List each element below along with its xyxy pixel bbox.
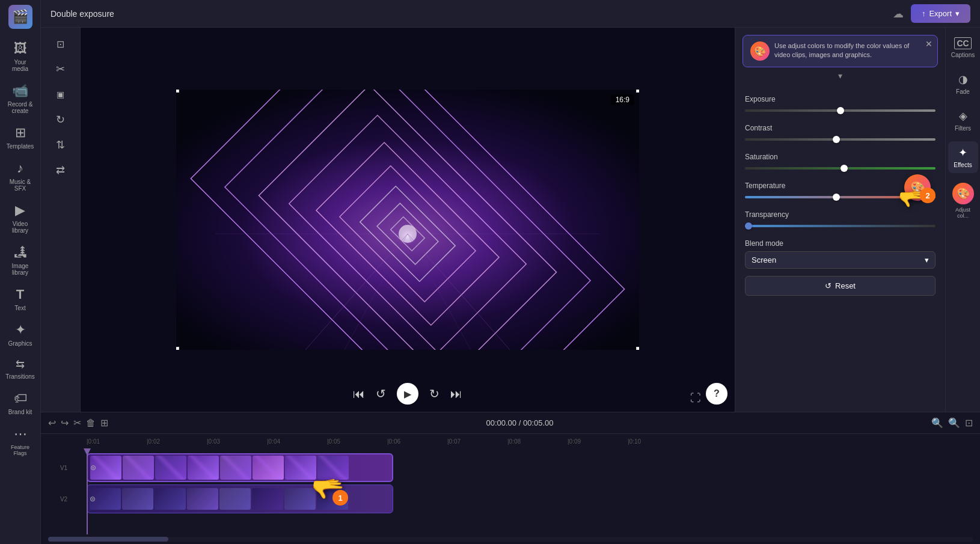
aspect-ratio-badge[interactable]: 16:9 <box>611 94 634 105</box>
frame-2-3 <box>155 488 186 510</box>
transparency-slider[interactable] <box>745 222 936 230</box>
temperature-section: Temperature <box>745 182 936 201</box>
undo-button[interactable]: ↩ <box>48 417 56 429</box>
effects-panel-item[interactable]: ✦ Effects <box>948 141 978 173</box>
left-sidebar: 🎬 🖼 Your media 📹 Record &create ⊞ Templa… <box>0 0 41 544</box>
cut-button[interactable]: ✂ <box>73 417 81 429</box>
video-frame: 16:9 <box>176 90 639 350</box>
ruler-mark-8: |0:09 <box>568 438 628 445</box>
fade-panel-item[interactable]: ◑ Fade <box>948 68 978 100</box>
handle-bl[interactable] <box>176 347 179 350</box>
text-icon: T <box>16 287 24 302</box>
effects-icon: ✦ <box>958 146 967 159</box>
adjust-label: Adjustcol... <box>955 207 970 219</box>
captions-label: Captions <box>951 52 975 58</box>
flip-h-tool[interactable]: ⇄ <box>49 159 72 182</box>
canvas-area: ⊡ ✂ ▣ ↻ ⇅ ⇄ <box>41 28 980 412</box>
expand-arrow[interactable]: ▾ <box>838 71 842 81</box>
track-content: ⊜ <box>87 448 980 534</box>
sidebar-item-brand-kit[interactable]: 🏷 Brand kit <box>3 386 38 420</box>
temperature-slider[interactable] <box>745 194 936 201</box>
sidebar-item-video-library[interactable]: ▶ Video library <box>3 198 38 239</box>
track-labels: V1 V2 <box>41 448 87 534</box>
contrast-thumb[interactable] <box>833 136 840 143</box>
duplicate-button[interactable]: ⊞ <box>100 417 108 429</box>
exposure-thumb[interactable] <box>837 107 844 114</box>
playback-controls: ⏮ ↺ ▶ ↻ ⏭ <box>353 383 462 405</box>
handle-tr[interactable] <box>636 90 639 93</box>
time-display: 00:00.00 / 00:05.00 <box>113 418 926 427</box>
play-button[interactable]: ▶ <box>397 383 418 405</box>
sidebar-label-video-library: Video library <box>5 221 35 234</box>
right-adjust-panel: 🎨 Use adjust colors to modify the color … <box>735 28 945 412</box>
blend-mode-select[interactable]: Screen ▾ <box>745 251 936 269</box>
track-2-lock: ⊜ <box>90 495 96 503</box>
ruler-mark-4: |0:05 <box>327 438 387 445</box>
sidebar-label-your-media: Your media <box>5 59 35 72</box>
track-2[interactable]: ⊜ <box>87 484 393 513</box>
sidebar-item-feature-flags[interactable]: ⋯ Feature Flags <box>3 421 38 461</box>
sidebar-item-your-media[interactable]: 🖼 Your media <box>3 36 38 77</box>
tooltip-close[interactable]: ✕ <box>925 39 933 49</box>
rewind-button[interactable]: ↺ <box>376 387 386 401</box>
adjust-colors-item[interactable]: 🎨 Adjustcol... <box>948 178 978 224</box>
crop-tool[interactable]: ✂ <box>49 58 72 81</box>
sidebar-label-image-library: Image library <box>5 263 35 276</box>
left-tools: ⊡ ✂ ▣ ↻ ⇅ ⇄ <box>41 28 81 412</box>
track-1[interactable]: ⊜ <box>87 453 393 482</box>
skip-forward-button[interactable]: ⏭ <box>450 387 462 401</box>
export-label: Export <box>929 9 952 18</box>
timeline-scrollbar[interactable] <box>48 537 973 542</box>
fade-icon: ◑ <box>958 73 968 86</box>
delete-button[interactable]: 🗑 <box>86 418 96 429</box>
fit-tool[interactable]: ⊡ <box>49 32 72 55</box>
filters-panel-item[interactable]: ◈ Filters <box>948 105 978 136</box>
contrast-label: Contrast <box>745 124 936 132</box>
sidebar-item-templates[interactable]: ⊞ Templates <box>3 120 38 154</box>
frame-1-3 <box>155 456 186 480</box>
rotate-tool[interactable]: ↻ <box>49 108 72 131</box>
saturation-label: Saturation <box>745 153 936 161</box>
sidebar-item-text[interactable]: T Text <box>3 282 38 316</box>
help-button[interactable]: ? <box>706 383 727 405</box>
handle-br[interactable] <box>636 347 639 350</box>
captions-panel-item[interactable]: CC Captions <box>948 32 978 63</box>
sidebar-item-transitions[interactable]: ⇆ Transitions <box>3 353 38 385</box>
export-chevron: ▾ <box>955 9 960 18</box>
sidebar-item-music[interactable]: ♪ Music & SFX <box>3 156 38 197</box>
skip-back-button[interactable]: ⏮ <box>353 387 365 401</box>
record-icon: 📹 <box>12 83 28 99</box>
zoom-in-button[interactable]: 🔍 <box>948 417 960 429</box>
exposure-slider[interactable] <box>745 107 936 114</box>
frame-1-7 <box>285 456 316 480</box>
sidebar-item-record[interactable]: 📹 Record &create <box>3 78 38 119</box>
flip-v-tool[interactable]: ⇅ <box>49 133 72 156</box>
zoom-out-button[interactable]: 🔍 <box>931 417 943 429</box>
fit-view-button[interactable]: ⊡ <box>965 417 973 429</box>
sidebar-item-image-library[interactable]: 🏞 Image library <box>3 240 38 281</box>
reset-button[interactable]: ↺ Reset <box>745 276 936 296</box>
transparency-thumb[interactable] <box>745 222 752 230</box>
fast-forward-button[interactable]: ↻ <box>429 387 439 401</box>
sidebar-label-feature-flags: Feature Flags <box>5 444 35 456</box>
cloud-icon: ☁ <box>893 7 904 20</box>
export-button[interactable]: ↑ Export ▾ <box>911 4 970 23</box>
ruler-mark-9: |0:10 <box>628 438 688 445</box>
fullscreen-button[interactable]: ⛶ <box>690 392 701 405</box>
saturation-thumb[interactable] <box>841 165 848 172</box>
filters-icon: ◈ <box>959 109 967 123</box>
redo-button[interactable]: ↪ <box>61 417 69 429</box>
temperature-thumb[interactable] <box>833 194 840 201</box>
sidebar-item-graphics[interactable]: ✦ Graphics <box>3 317 38 352</box>
sidebar-label-music: Music & SFX <box>5 179 35 192</box>
adjust-avatar: 🎨 <box>952 183 974 204</box>
project-title[interactable]: Double exposure <box>51 9 886 19</box>
handle-tl[interactable] <box>176 90 179 93</box>
sidebar-label-graphics: Graphics <box>8 340 32 347</box>
scene-tool[interactable]: ▣ <box>49 83 72 106</box>
timeline-ruler: |0:01 |0:02 |0:03 |0:04 |0:05 |0:06 |0:0… <box>41 434 980 448</box>
scrollbar-thumb[interactable] <box>48 537 168 542</box>
sidebar-label-record: Record &create <box>8 101 33 114</box>
saturation-slider[interactable] <box>745 165 936 172</box>
contrast-slider[interactable] <box>745 136 936 143</box>
